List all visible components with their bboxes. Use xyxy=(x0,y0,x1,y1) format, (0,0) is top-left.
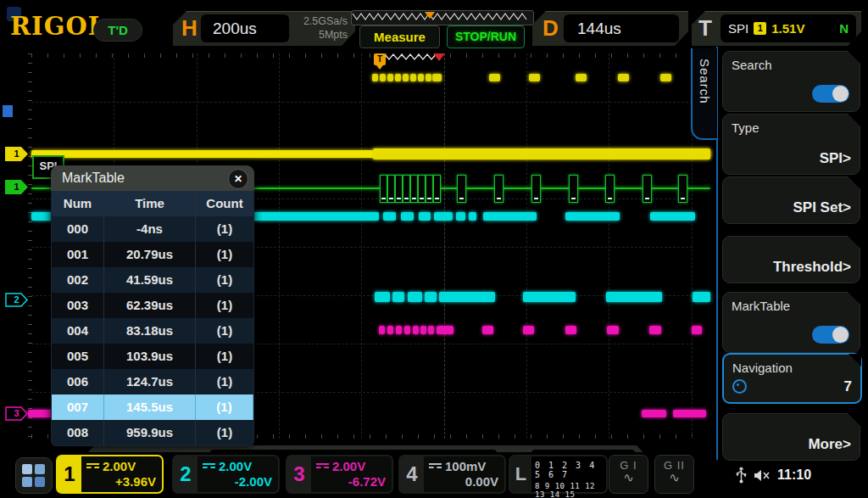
marktable-row-001[interactable]: 00120.79us(1) xyxy=(52,242,253,267)
channel-2-box[interactable]: 22.00V-2.00V xyxy=(172,455,280,494)
cyan-data-high xyxy=(456,212,465,221)
menu-item-spi-set[interactable]: SPI Set> xyxy=(722,176,860,224)
ch3-trace xyxy=(673,410,706,417)
memory-trigger-marker xyxy=(425,12,435,19)
channel-marker-2[interactable]: 2 xyxy=(5,293,28,307)
logic-label: L xyxy=(510,456,531,492)
channel-marker-3[interactable]: 3 xyxy=(5,406,28,421)
marktable-row-005[interactable]: 005103.9us(1) xyxy=(52,344,253,369)
oscilloscope-screen: RIGOL T'D H 200us 2.5GSa/s 5Mpts Measure… xyxy=(0,0,868,498)
menu-grid-button[interactable] xyxy=(15,457,53,494)
search-marks xyxy=(387,74,393,81)
logic-channels-box[interactable]: L 0 1 2 3 4 5 6 7 8 9 10 11 12 13 14 15 xyxy=(509,455,608,494)
hex-value-field[interactable]: XX xyxy=(531,450,635,452)
menu-item-threshold[interactable]: Threshold> xyxy=(722,236,860,283)
channel-3-box[interactable]: 32.00V-6.72V xyxy=(286,455,393,494)
channel-1-number: 1 xyxy=(58,456,81,492)
marktable-toggle-on[interactable] xyxy=(812,326,849,344)
trigger-slope: N xyxy=(839,21,849,36)
menu-item-marktable[interactable]: MarkTable xyxy=(722,292,860,353)
marktable-row-004[interactable]: 00483.18us(1) xyxy=(52,318,253,344)
marktable-row-000[interactable]: 000-4ns(1) xyxy=(52,216,253,242)
marktable-body: NumTimeCount000-4ns(1)00120.79us(1)00241… xyxy=(51,191,254,446)
chevron-right-icon: > xyxy=(843,436,851,452)
marktable-row-008[interactable]: 008959.9us(1) xyxy=(52,420,253,445)
ch2-trace xyxy=(408,292,422,302)
menu-item-search[interactable]: Search xyxy=(722,51,860,112)
dc-coupling-icon xyxy=(429,462,442,470)
marktable-row-007[interactable]: 007145.5us(1) xyxy=(52,394,253,420)
marktable-header[interactable]: MarkTable ✕ xyxy=(51,165,254,191)
channel-offset: 0.00V xyxy=(429,474,498,489)
timebase-box[interactable]: 200us xyxy=(201,14,289,42)
spi-decode-frame xyxy=(403,175,410,203)
menu-item-more[interactable]: More> xyxy=(722,413,860,461)
cyan-data-high xyxy=(650,212,695,221)
generator1-button[interactable]: G I ∿ xyxy=(609,455,648,494)
menu-item-type[interactable]: Type SPI> xyxy=(722,114,860,175)
clock: 11:10 xyxy=(777,467,811,483)
ch2-trace xyxy=(392,292,404,302)
channel-marker-1[interactable]: 1 xyxy=(5,147,28,161)
ch2-trace xyxy=(439,292,495,302)
delay-box[interactable]: 144us xyxy=(564,14,679,42)
marktable-row-006[interactable]: 006124.7us(1) xyxy=(52,369,253,394)
memory-position-bar[interactable] xyxy=(351,10,534,25)
channel-scale: 100mV xyxy=(445,459,486,473)
magenta-data xyxy=(396,326,402,334)
search-side-tab[interactable]: Search xyxy=(691,48,717,140)
magenta-data xyxy=(565,326,576,334)
top-ruler xyxy=(31,53,693,58)
search-marks xyxy=(618,74,629,81)
ch2-trace xyxy=(693,292,710,302)
memory-waveform-icon xyxy=(352,11,531,23)
search-marks xyxy=(660,74,671,81)
cyan-data-high xyxy=(434,212,453,221)
search-toggle-on[interactable] xyxy=(812,85,849,103)
grid-square xyxy=(22,464,32,474)
channel-scale: 2.00V xyxy=(219,459,252,473)
horizontal-panel[interactable]: H 200us 2.5GSa/s 5Mpts xyxy=(173,11,355,46)
measure-button[interactable]: Measure xyxy=(359,25,440,48)
chevron-right-icon: > xyxy=(843,199,851,215)
search-marks xyxy=(489,74,500,81)
dc-coupling-icon xyxy=(203,462,215,470)
marktable-row-003[interactable]: 00362.39us(1) xyxy=(52,293,253,318)
channel-1-box[interactable]: 12.00V+3.96V xyxy=(56,455,164,494)
ch2-trace xyxy=(425,292,437,302)
magenta-data xyxy=(692,326,702,334)
timebase-value: 200us xyxy=(201,14,289,42)
spi-decode-frame xyxy=(380,175,387,203)
channel-scale: 2.00V xyxy=(103,459,136,473)
menu-item-navigation[interactable]: Navigation 7 xyxy=(722,353,862,404)
ch2-trace xyxy=(375,292,390,302)
edge-decoration xyxy=(3,105,13,117)
trigger-position-flag[interactable]: T xyxy=(374,53,386,65)
chevron-right-icon: > xyxy=(843,150,851,166)
trigger-box[interactable]: SPI 1 1.51V N xyxy=(721,14,856,42)
chevron-right-icon: > xyxy=(843,259,851,275)
bin-value-field[interactable]: XXXX XXXX xyxy=(210,450,497,452)
spi-decode-frame xyxy=(387,175,395,203)
grid-square xyxy=(35,464,45,474)
delay-panel[interactable]: D 144us xyxy=(532,11,688,46)
search-marks xyxy=(418,74,424,81)
channel-4-box[interactable]: 4100mV0.00V xyxy=(398,455,506,494)
search-marks xyxy=(426,74,431,81)
marktable-row-002[interactable]: 00241.59us(1) xyxy=(52,267,253,293)
close-icon[interactable]: ✕ xyxy=(228,169,248,189)
gridline-v xyxy=(526,53,527,439)
delay-label: D xyxy=(542,11,559,46)
channel-marker-1[interactable]: 1 xyxy=(5,180,28,194)
dc-coupling-icon xyxy=(316,462,329,470)
waveform-display: T SPI 1123 MarkTable ✕ NumTimeCount000-4… xyxy=(0,47,716,452)
cyan-data-high xyxy=(401,212,414,221)
stop-run-button[interactable]: STOP/RUN xyxy=(447,25,525,48)
gridline-v xyxy=(361,53,362,439)
magenta-data xyxy=(413,326,419,334)
generator2-button[interactable]: G II ∿ xyxy=(654,455,694,494)
spi-decode-frame xyxy=(418,175,426,203)
cyan-data-high xyxy=(383,212,396,221)
marktable-header-row[interactable]: NumTimeCount xyxy=(52,191,253,216)
trigger-panel[interactable]: T SPI 1 1.51V N xyxy=(692,11,861,46)
